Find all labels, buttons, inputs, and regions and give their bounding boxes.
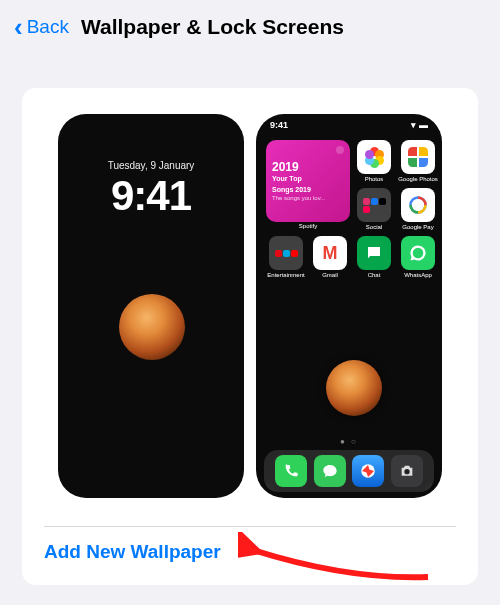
app-gmail[interactable]: M Gmail — [310, 236, 350, 278]
app-chat[interactable]: Chat — [354, 236, 394, 278]
safari-app-icon[interactable] — [352, 455, 384, 487]
moon-image — [326, 360, 382, 416]
app-whatsapp[interactable]: WhatsApp — [398, 236, 438, 278]
chat-icon — [357, 236, 391, 270]
photos-icon — [357, 140, 391, 174]
add-new-wallpaper-button[interactable]: Add New Wallpaper — [40, 541, 460, 563]
spotify-widget[interactable]: 2019 Your Top Songs 2019 The songs you l… — [266, 140, 350, 230]
app-entertainment-folder[interactable]: Entertainment — [266, 236, 306, 278]
status-time: 9:41 — [270, 120, 288, 130]
widget-line2: Songs 2019 — [272, 186, 344, 194]
camera-app-icon[interactable] — [391, 455, 423, 487]
home-grid: 2019 Your Top Songs 2019 The songs you l… — [264, 138, 434, 280]
battery-icon: ▬ — [419, 120, 428, 130]
app-google-pay[interactable]: Google Pay — [398, 188, 438, 230]
spotify-icon — [336, 146, 344, 154]
widget-label: Spotify — [266, 223, 350, 229]
folder-icon — [357, 188, 391, 222]
divider — [44, 526, 456, 527]
messages-app-icon[interactable] — [314, 455, 346, 487]
page-indicator: ● ○ — [256, 437, 442, 446]
moon-image — [119, 294, 185, 360]
back-button[interactable]: ‹ Back — [14, 14, 69, 40]
lock-date: Tuesday, 9 January — [58, 160, 244, 171]
svg-point-2 — [405, 469, 410, 474]
google-photos-icon — [401, 140, 435, 174]
wifi-icon: ▾ — [411, 120, 416, 130]
whatsapp-icon — [401, 236, 435, 270]
navigation-bar: ‹ Back Wallpaper & Lock Screens — [0, 0, 500, 58]
app-photos[interactable]: Photos — [354, 140, 394, 182]
wallpaper-previews: Tuesday, 9 January 9:41 9:41 ▾▬ 2019 You… — [40, 114, 460, 518]
google-pay-icon — [401, 188, 435, 222]
dock — [264, 450, 434, 492]
back-label: Back — [27, 16, 69, 38]
widget-line1: Your Top — [272, 175, 344, 183]
gmail-icon: M — [313, 236, 347, 270]
chevron-left-icon: ‹ — [14, 14, 23, 40]
page-title: Wallpaper & Lock Screens — [81, 15, 344, 39]
folder-icon — [269, 236, 303, 270]
lock-screen-preview[interactable]: Tuesday, 9 January 9:41 — [58, 114, 244, 498]
lock-time: 9:41 — [58, 172, 244, 220]
home-screen-preview[interactable]: 9:41 ▾▬ 2019 Your Top Songs 2019 The son… — [256, 114, 442, 498]
status-bar: 9:41 ▾▬ — [256, 120, 442, 130]
app-google-photos[interactable]: Google Photos — [398, 140, 438, 182]
widget-year: 2019 — [272, 161, 344, 173]
widget-sub: The songs you lov... — [272, 195, 344, 201]
phone-app-icon[interactable] — [275, 455, 307, 487]
wallpaper-card: Tuesday, 9 January 9:41 9:41 ▾▬ 2019 You… — [22, 88, 478, 585]
app-social-folder[interactable]: Social — [354, 188, 394, 230]
status-icons: ▾▬ — [408, 120, 428, 130]
